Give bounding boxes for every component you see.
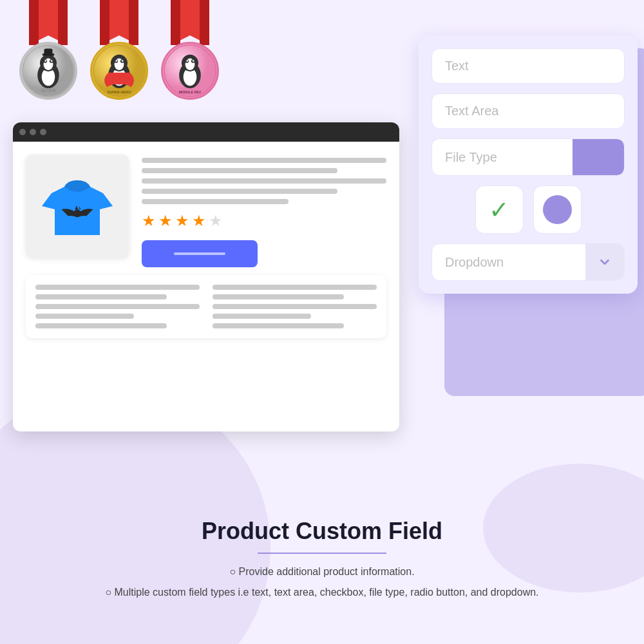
bottom-section: Product Custom Field ○ Provide additiona…	[0, 518, 644, 605]
add-to-cart-button[interactable]	[142, 240, 258, 267]
checkmark-icon: ✓	[489, 196, 509, 224]
btn-line	[174, 252, 225, 255]
svg-marker-16	[100, 0, 109, 45]
svg-point-11	[51, 60, 53, 62]
divider-line	[258, 553, 386, 554]
filetype-field-label: File Type	[432, 140, 573, 175]
description-box	[26, 275, 386, 338]
medal-silver-wrapper: SILVER	[19, 0, 77, 100]
medal-gold-image: P SUPER HERO	[92, 42, 146, 100]
svg-text:SUPER HERO: SUPER HERO	[108, 90, 132, 94]
desc-line-3	[35, 304, 200, 309]
svg-marker-2	[58, 0, 68, 45]
medal-silver: SILVER	[19, 42, 77, 100]
medals-area: SILVER	[0, 0, 238, 100]
svg-text:SILVER: SILVER	[41, 88, 55, 93]
desc-line-1	[35, 285, 200, 290]
browser-content: ★ ★ ★ ★ ★	[13, 142, 399, 351]
tshirt-image	[39, 167, 116, 245]
svg-point-39	[186, 60, 188, 62]
checkbox-field[interactable]: ✓	[475, 185, 524, 234]
dropdown-field[interactable]: Dropdown	[431, 243, 625, 281]
desc-line-5	[35, 323, 167, 328]
svg-point-26	[122, 60, 124, 62]
product-title-line-2	[142, 168, 337, 173]
svg-marker-17	[129, 0, 138, 45]
form-panel: Text Text Area File Type ✓ Dropdown	[419, 35, 638, 294]
star-1: ★	[142, 212, 156, 230]
medal-silver-image: SILVER	[21, 42, 75, 100]
feature-text-1: ○ Provide additional product information…	[52, 564, 592, 580]
textarea-field[interactable]: Text Area	[431, 93, 625, 129]
svg-marker-31	[200, 0, 209, 45]
svg-point-10	[44, 60, 46, 62]
product-desc-line-1	[142, 178, 386, 184]
browser-bar	[13, 122, 399, 142]
stars-row: ★ ★ ★ ★ ★	[142, 212, 386, 230]
desc-line-2	[35, 294, 167, 299]
product-image-box	[26, 155, 129, 258]
browser-mockup: ★ ★ ★ ★ ★	[13, 122, 399, 431]
product-title-line-1	[142, 158, 386, 163]
browser-dot-2	[30, 129, 36, 135]
medal-pink-image: MODULE DEV	[163, 42, 217, 100]
desc-col-2	[213, 285, 377, 328]
svg-text:P: P	[117, 72, 122, 82]
filetype-field[interactable]: File Type	[431, 138, 625, 176]
radio-field[interactable]	[533, 185, 582, 234]
product-details: ★ ★ ★ ★ ★	[142, 155, 386, 267]
product-row: ★ ★ ★ ★ ★	[26, 155, 386, 267]
svg-point-25	[115, 60, 117, 62]
svg-point-42	[73, 209, 80, 216]
desc-line-6	[213, 285, 377, 290]
medal-pink: MODULE DEV	[161, 42, 219, 100]
product-desc-line-3	[142, 199, 289, 204]
desc-line-7	[213, 294, 344, 299]
medal-gold-wrapper: P SUPER HERO	[90, 0, 148, 100]
svg-rect-13	[44, 48, 52, 54]
text-field[interactable]: Text	[431, 48, 625, 84]
chevron-down-svg	[598, 255, 612, 269]
svg-point-40	[193, 60, 194, 62]
dropdown-chevron-icon[interactable]	[585, 244, 624, 280]
medal-gold: P SUPER HERO	[90, 42, 148, 100]
dropdown-label: Dropdown	[432, 245, 585, 279]
checkbox-radio-row: ✓	[431, 185, 625, 234]
product-desc-line-2	[142, 189, 337, 194]
star-5: ★	[209, 212, 223, 230]
feature-text-2: ○ Multiple custom field types i.e text, …	[52, 585, 592, 600]
browser-dot-1	[19, 129, 26, 135]
desc-col-1	[35, 285, 200, 328]
desc-line-10	[213, 323, 344, 328]
radio-circle	[543, 195, 572, 224]
medal-pink-wrapper: MODULE DEV	[161, 0, 219, 100]
star-4: ★	[192, 212, 206, 230]
svg-marker-30	[171, 0, 180, 45]
text-field-label: Text	[445, 59, 469, 73]
desc-line-9	[213, 314, 311, 319]
svg-text:MODULE DEV: MODULE DEV	[179, 90, 202, 94]
desc-line-4	[35, 314, 134, 319]
star-2: ★	[158, 212, 173, 230]
star-3: ★	[175, 212, 189, 230]
page-title: Product Custom Field	[52, 518, 592, 545]
svg-marker-1	[29, 0, 39, 45]
browser-dot-3	[40, 129, 46, 135]
textarea-field-label: Text Area	[445, 104, 498, 118]
desc-line-8	[213, 304, 377, 309]
filetype-button[interactable]	[573, 139, 624, 175]
